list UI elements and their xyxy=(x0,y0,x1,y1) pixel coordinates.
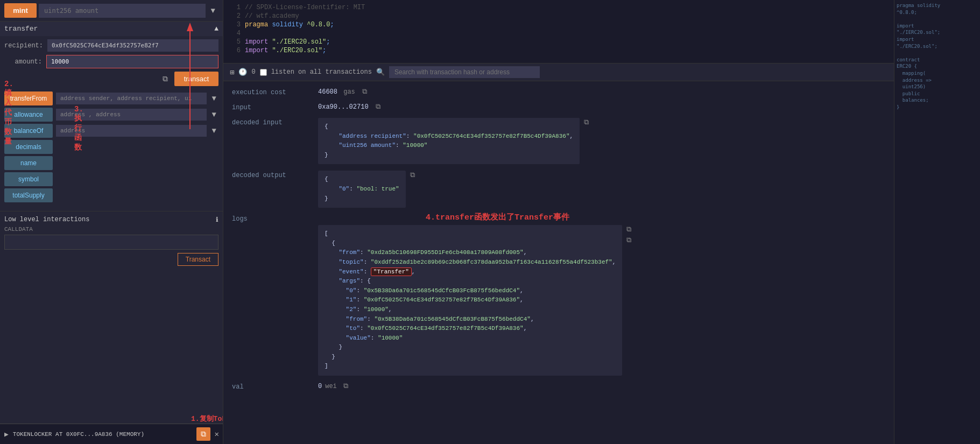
decimals-button[interactable]: decimals xyxy=(4,140,53,154)
logs-json-wrap: [ { "from": "0xd2a5bC10698FD955D1Fe6cb40… xyxy=(318,225,885,376)
collapse-icon[interactable]: ⊞ xyxy=(230,68,234,77)
transfer-collapse-icon[interactable]: ▲ xyxy=(214,25,218,33)
transferFrom-params: address sender, address recipient, ui xyxy=(56,93,207,104)
decoded-output-row: decoded output { "0": "bool: true" } ⧉ xyxy=(232,171,885,208)
footer-copy-button[interactable]: ⧉ xyxy=(196,427,210,441)
decoded-output-json: { "0": "bool: true" } xyxy=(318,171,406,208)
code-text-1: // SPDX-License-Identifier: MIT xyxy=(245,4,365,11)
decoded-input-json-wrap: { "address recipient": "0x0fC5025C764cE3… xyxy=(318,118,589,164)
transferFrom-row: transferFrom address sender, address rec… xyxy=(4,91,218,105)
mint-chevron-icon[interactable]: ▼ xyxy=(208,6,218,15)
footer-close-icon[interactable]: ✕ xyxy=(215,429,219,439)
line-num-4: 4 xyxy=(230,30,241,37)
tx-count: 0 xyxy=(251,68,255,76)
code-text-6: import "./ERC20.sol"; xyxy=(245,47,326,54)
transfer-header[interactable]: transfer ▲ xyxy=(0,21,223,36)
tx-bar: ⊞ 🕐 0 listen on all transactions 🔍 xyxy=(223,64,894,81)
decimals-row: decimals xyxy=(4,140,218,154)
copy-icon[interactable]: ⧉ xyxy=(159,74,171,84)
decoded-input-copy[interactable]: ⧉ xyxy=(584,118,589,126)
allowance-button[interactable]: allowance xyxy=(4,108,53,122)
left-panel: mint ▼ transfer ▲ recipient: amount: ⧉ t… xyxy=(0,0,223,444)
code-line-3: 3 pragma solidity ^0.8.0; xyxy=(223,20,894,29)
execution-cost-row: execution cost 46608 gas ⧉ xyxy=(232,88,885,96)
amount-input[interactable] xyxy=(46,55,218,68)
transact-button[interactable]: transact xyxy=(174,72,218,86)
line-num-2: 2 xyxy=(230,12,241,20)
allowance-chevron[interactable]: ▼ xyxy=(210,110,218,119)
tx-search-input[interactable] xyxy=(389,66,540,78)
mint-section: mint ▼ xyxy=(0,0,223,21)
code-text-3: pragma solidity ^0.8.0; xyxy=(245,21,334,29)
totalSupply-button[interactable]: totalSupply xyxy=(4,188,53,202)
logs-copy-2[interactable]: ⧉ xyxy=(626,236,631,244)
mint-amount-input[interactable] xyxy=(39,4,206,18)
val-key: val xyxy=(232,382,318,391)
code-line-5: 5 import "./IERC20.sol"; xyxy=(223,38,894,46)
footer-expand-icon[interactable]: ▶ xyxy=(4,430,9,439)
low-level-section: Low level interactions ℹ CALLDATA Transa… xyxy=(0,211,223,270)
info-icon[interactable]: ℹ xyxy=(216,216,218,224)
name-row: name xyxy=(4,156,218,170)
transferFrom-button[interactable]: transferFrom xyxy=(4,91,53,105)
balanceOf-button[interactable]: balanceOf xyxy=(4,124,53,138)
logs-copy-1[interactable]: ⧉ xyxy=(626,225,631,234)
logs-row: logs 4.transfer函数发出了Transfer事件 [ { "from… xyxy=(232,214,885,376)
func-section: transferFrom address sender, address rec… xyxy=(0,89,223,207)
val-value: 0 wei ⧉ xyxy=(318,382,885,390)
logs-key: logs xyxy=(232,214,318,223)
clock-icon: 🕐 xyxy=(238,68,247,76)
val-row: val 0 wei ⧉ xyxy=(232,382,885,391)
symbol-button[interactable]: symbol xyxy=(4,172,53,186)
balanceOf-params: address xyxy=(56,125,207,137)
right-panel: 1 // SPDX-License-Identifier: MIT 2 // w… xyxy=(223,0,894,444)
transact-row: ⧉ transact xyxy=(4,72,218,86)
allowance-params: address , address xyxy=(56,109,207,121)
code-line-2: 2 // wtf.academy xyxy=(223,12,894,20)
recipient-input[interactable] xyxy=(47,39,218,52)
footer-contract-address: TOKENLOCKER AT 0X0FC...9A836 (MEMORY) xyxy=(13,431,192,438)
transferFrom-chevron[interactable]: ▼ xyxy=(210,94,218,103)
decoded-input-key: decoded input xyxy=(232,118,318,126)
line-num-5: 5 xyxy=(230,38,241,46)
listen-label: listen on all transactions xyxy=(271,68,372,76)
input-row: input 0xa90...02710 ⧉ xyxy=(232,103,885,111)
code-line-6: 6 import "./ERC20.sol"; xyxy=(223,46,894,55)
decoded-output-key: decoded output xyxy=(232,171,318,179)
transfer-event-highlight: "Transfer" xyxy=(371,267,412,276)
decoded-input-json: { "address recipient": "0x0fC5025C764cE3… xyxy=(318,118,580,164)
recipient-row: recipient: xyxy=(4,39,218,52)
execution-cost-value: 46608 gas ⧉ xyxy=(318,88,885,96)
footer-bar: ▶ TOKENLOCKER AT 0X0FC...9A836 (MEMORY) … xyxy=(0,424,223,444)
amount-row: amount: xyxy=(4,55,218,68)
calldata-label: CALLDATA xyxy=(4,226,218,232)
recipient-label: recipient: xyxy=(4,42,43,50)
transact-low-button[interactable]: Transact xyxy=(178,253,218,266)
input-key: input xyxy=(232,103,318,111)
symbol-row: symbol xyxy=(4,172,218,186)
transfer-body: recipient: amount: ⧉ transact xyxy=(0,36,223,89)
annotation-transfer-event: 4.transfer函数发出了Transfer事件 xyxy=(426,212,569,222)
name-button[interactable]: name xyxy=(4,156,53,170)
line-num-6: 6 xyxy=(230,47,241,54)
mint-button[interactable]: mint xyxy=(4,3,37,18)
allowance-row: allowance address , address ▼ xyxy=(4,108,218,122)
calldata-input[interactable] xyxy=(4,235,218,250)
listen-checkbox[interactable] xyxy=(260,69,267,76)
totalSupply-row: totalSupply xyxy=(4,188,218,202)
logs-json: [ { "from": "0xd2a5bC10698FD955D1Fe6cb40… xyxy=(318,225,622,376)
input-copy[interactable]: ⧉ xyxy=(376,103,380,111)
transfer-label: transfer xyxy=(4,25,38,33)
code-area: 1 // SPDX-License-Identifier: MIT 2 // w… xyxy=(223,0,894,64)
main-content: execution cost 46608 gas ⧉ input 0xa90..… xyxy=(223,81,894,444)
execution-cost-copy[interactable]: ⧉ xyxy=(362,88,367,96)
line-num-3: 3 xyxy=(230,21,241,29)
balanceOf-chevron[interactable]: ▼ xyxy=(210,126,218,135)
val-copy[interactable]: ⧉ xyxy=(343,382,348,390)
low-level-label: Low level interactions xyxy=(4,216,89,224)
code-line-4: 4 xyxy=(223,29,894,38)
far-right-panel: pragma solidity ^0.8.0; import "./IERC20… xyxy=(894,0,980,444)
decoded-output-copy[interactable]: ⧉ xyxy=(410,171,415,179)
code-text-2: // wtf.academy xyxy=(245,12,299,20)
input-value: 0xa90...02710 ⧉ xyxy=(318,103,885,111)
